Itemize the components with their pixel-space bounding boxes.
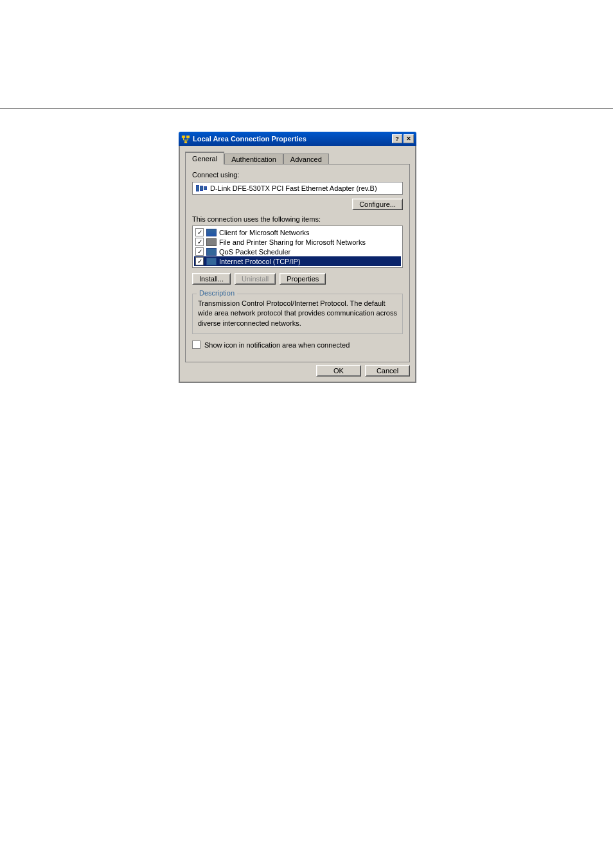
top-divider (0, 108, 613, 109)
adapter-icon (196, 184, 208, 192)
list-item[interactable]: File and Printer Sharing for Microsoft N… (194, 237, 401, 247)
item-label-0: Client for Microsoft Networks (219, 229, 310, 236)
svg-rect-6 (184, 141, 187, 143)
list-item[interactable]: QoS Packet Scheduler (194, 247, 401, 256)
item-checkbox-3[interactable] (195, 257, 204, 265)
show-icon-checkbox[interactable] (192, 341, 200, 349)
adapter-box: D-Link DFE-530TX PCI Fast Ethernet Adapt… (192, 182, 403, 195)
list-item[interactable]: Client for Microsoft Networks (194, 227, 401, 237)
qos-icon (206, 248, 217, 256)
tab-panel-general: Connect using: D-Link DFE-530TX PCI Fast… (185, 164, 410, 362)
item-checkbox-0[interactable] (195, 228, 204, 236)
svg-rect-1 (186, 136, 190, 138)
configure-button[interactable]: Configure... (352, 199, 403, 210)
help-button[interactable]: ? (392, 134, 402, 143)
adapter-name: D-Link DFE-530TX PCI Fast Ethernet Adapt… (210, 184, 377, 192)
item-label-2: QoS Packet Scheduler (219, 248, 290, 256)
tab-row: General Authentication Advanced (185, 151, 410, 164)
title-bar-buttons: ? ✕ (392, 134, 414, 143)
install-button[interactable]: Install... (192, 273, 231, 285)
description-legend: Description (197, 289, 237, 297)
description-group: Description Transmission Control Protoco… (192, 290, 403, 334)
svg-rect-0 (182, 136, 185, 138)
tcpip-icon (206, 258, 217, 265)
item-label-1: File and Printer Sharing for Microsoft N… (219, 238, 366, 246)
item-checkbox-2[interactable] (195, 247, 204, 256)
dialog-window: Local Area Connection Properties ? ✕ Gen… (179, 132, 416, 383)
items-label: This connection uses the following items… (192, 215, 403, 223)
dialog-body: General Authentication Advanced Connect … (179, 146, 416, 383)
client-icon (206, 229, 217, 236)
action-buttons-row: Install... Uninstall Properties (192, 273, 403, 285)
configure-button-row: Configure... (192, 199, 403, 210)
item-checkbox-1[interactable] (195, 238, 204, 246)
item-label-3: Internet Protocol (TCP/IP) (219, 258, 301, 265)
close-button[interactable]: ✕ (404, 134, 414, 143)
connect-using-label: Connect using: (192, 171, 403, 179)
ok-button[interactable]: OK (316, 365, 361, 376)
list-item-selected[interactable]: Internet Protocol (TCP/IP) (194, 256, 401, 266)
items-list: Client for Microsoft Networks File and P… (192, 226, 403, 268)
show-icon-label: Show icon in notification area when conn… (204, 341, 350, 349)
dialog-title: Local Area Connection Properties (193, 135, 392, 143)
show-icon-row: Show icon in notification area when conn… (192, 341, 403, 349)
description-text: Transmission Control Protocol/Internet P… (193, 297, 402, 333)
properties-button[interactable]: Properties (280, 273, 326, 285)
dialog-icon (181, 134, 190, 143)
tab-general[interactable]: General (185, 152, 224, 164)
cancel-button[interactable]: Cancel (365, 365, 410, 376)
ok-cancel-row: OK Cancel (185, 362, 410, 376)
uninstall-button[interactable]: Uninstall (235, 273, 276, 285)
page-background: Local Area Connection Properties ? ✕ Gen… (0, 0, 613, 868)
title-bar: Local Area Connection Properties ? ✕ (179, 132, 416, 146)
printer-icon (206, 238, 217, 246)
